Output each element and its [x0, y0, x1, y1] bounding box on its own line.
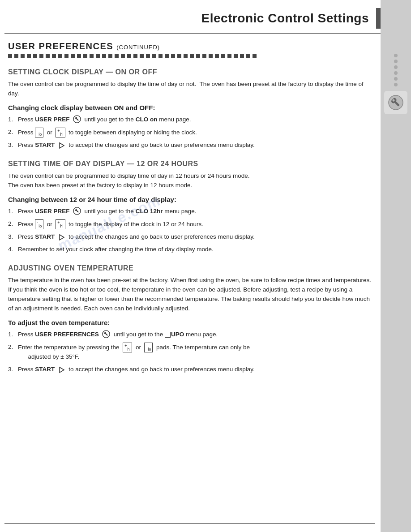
dot-divider	[8, 54, 375, 58]
right-sidebar	[381, 0, 411, 532]
main-content: USER PREFERENCES (CONTINUED) SETTING CLO…	[8, 41, 375, 391]
user-pref-icon-3	[102, 330, 110, 338]
page-header: Electronic Control Settings 31	[4, 0, 407, 34]
svg-marker-7	[60, 235, 64, 240]
tod-step-1: 1. Press USER PREF until you get to the …	[8, 207, 375, 216]
clock-display-subheading: Changing clock display between ON and OF…	[8, 104, 375, 112]
start-icon-1	[58, 142, 65, 149]
user-pref-icon-2	[73, 207, 81, 215]
oven-temp-section: ADJUSTING OVEN TEMPERATURE The temperatu…	[8, 264, 375, 374]
sidebar-dot	[394, 71, 398, 75]
step-1: 1. Press USER PREF until you get to the …	[8, 115, 375, 124]
user-pref-icon-1	[73, 115, 81, 123]
user-pref-continued: (CONTINUED)	[116, 44, 160, 51]
sidebar-icon-box	[384, 91, 407, 114]
oven-temp-subheading: To adjust the oven temperature:	[8, 319, 375, 326]
tod-step-4: 4. Remember to set your clock after chan…	[8, 245, 375, 254]
sidebar-dot	[394, 65, 398, 69]
clock-display-heading: SETTING CLOCK DISPLAY — ON OR OFF	[8, 68, 375, 76]
start-icon-3	[58, 366, 65, 373]
ot-step-1: 1. Press USER PREFERENCES until you get …	[8, 330, 375, 339]
user-pref-heading: USER PREFERENCES (CONTINUED)	[8, 41, 160, 51]
square-symbol	[165, 332, 171, 338]
clock-display-body: The oven control can be programmed to di…	[8, 80, 375, 99]
oven-temp-heading: ADJUSTING OVEN TEMPERATURE	[8, 264, 375, 272]
start-icon-2	[58, 234, 65, 241]
time-of-day-subheading: Changing between 12 or 24 hour time of d…	[8, 196, 375, 203]
clock-display-steps: 1. Press USER PREF until you get to the …	[8, 115, 375, 150]
footer-line	[4, 523, 375, 524]
oven-temp-body: The temperature in the oven has been pre…	[8, 276, 375, 313]
page-title: Electronic Control Settings	[187, 11, 369, 26]
wrench-icon	[388, 94, 404, 111]
sidebar-dot	[394, 60, 398, 63]
time-of-day-steps: 1. Press USER PREF until you get to the …	[8, 207, 375, 254]
ot-step-3: 3. Press START to accept the changes and…	[8, 365, 375, 374]
time-of-day-section: SETTING TIME OF DAY DISPLAY — 12 OR 24 H…	[8, 160, 375, 254]
time-of-day-body: The oven control can be programmed to di…	[8, 172, 375, 190]
oven-temp-steps: 1. Press USER PREFERENCES until you get …	[8, 330, 375, 374]
tod-step-2: 2. Press -lo or +hi to toggle the displa…	[8, 219, 375, 229]
step-3: 3. Press START to accept the changes and…	[8, 141, 375, 150]
sidebar-dot	[394, 54, 398, 57]
svg-marker-4	[60, 143, 64, 148]
clock-display-section: SETTING CLOCK DISPLAY — ON OR OFF The ov…	[8, 68, 375, 150]
user-pref-section: USER PREFERENCES (CONTINUED)	[8, 41, 375, 51]
sidebar-decoration	[394, 54, 398, 86]
svg-marker-10	[60, 367, 64, 373]
tod-step-3: 3. Press START to accept the changes and…	[8, 232, 375, 242]
sidebar-dot	[394, 83, 398, 86]
ot-step-2: 2. Enter the temperature by pressing the…	[8, 343, 375, 362]
time-of-day-heading: SETTING TIME OF DAY DISPLAY — 12 OR 24 H…	[8, 160, 375, 168]
sidebar-dot	[394, 77, 398, 81]
step-2: 2. Press -lo or +hi to toggle between di…	[8, 128, 375, 137]
